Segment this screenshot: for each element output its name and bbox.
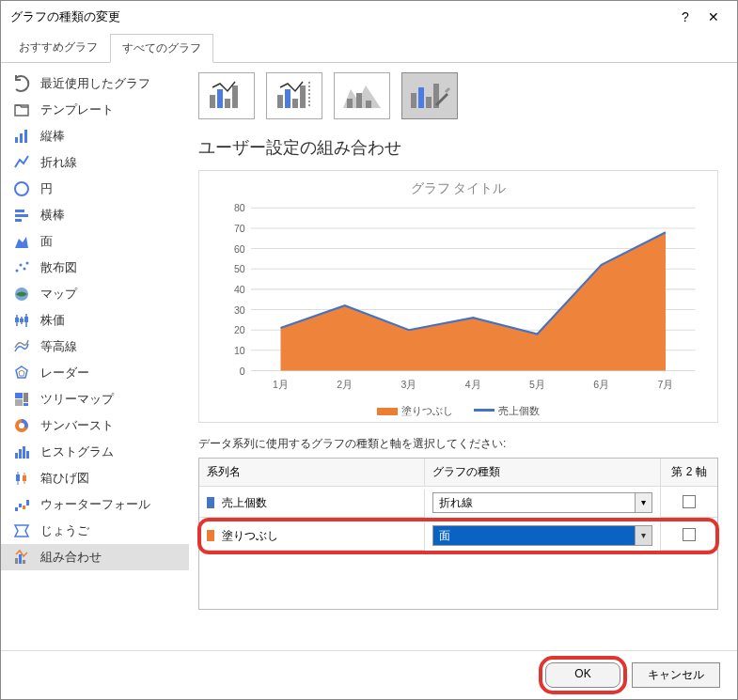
- chart-type-icon: [12, 101, 31, 119]
- sidebar-item-label: 円: [40, 180, 53, 197]
- svg-rect-47: [232, 86, 238, 108]
- svg-rect-30: [23, 446, 25, 459]
- sidebar-item-0[interactable]: 最近使用したグラフ: [1, 70, 189, 97]
- sidebar-item-label: 箱ひげ図: [40, 470, 89, 487]
- sidebar-item-11[interactable]: レーダー: [1, 360, 189, 386]
- chart-type-dropdown[interactable]: 折れ線▾: [432, 492, 652, 513]
- ok-button[interactable]: OK: [545, 662, 620, 688]
- svg-rect-59: [426, 97, 432, 108]
- secondary-axis-checkbox[interactable]: [683, 495, 696, 508]
- svg-point-10: [20, 264, 23, 267]
- sidebar-item-label: 面: [40, 233, 53, 250]
- help-button[interactable]: ?: [671, 9, 699, 24]
- svg-text:4月: 4月: [465, 379, 481, 390]
- svg-text:0: 0: [240, 366, 245, 377]
- combo-thumb-2[interactable]: [266, 72, 322, 119]
- chart-canvas: 010203040506070801月2月3月4月5月6月7月: [209, 203, 708, 400]
- chart-type-icon: [12, 495, 31, 514]
- svg-rect-43: [23, 560, 25, 564]
- chart-type-icon: [12, 232, 31, 251]
- chart-title: グラフ タイトル: [209, 180, 708, 197]
- sidebar-item-17[interactable]: じょうご: [1, 518, 189, 544]
- svg-text:30: 30: [234, 304, 245, 316]
- chart-type-dropdown[interactable]: 面▾: [432, 525, 652, 546]
- sidebar-item-10[interactable]: 等高線: [1, 334, 189, 360]
- tab-recommended[interactable]: おすすめグラフ: [7, 33, 110, 62]
- svg-rect-49: [285, 89, 290, 108]
- sidebar-item-5[interactable]: 横棒: [1, 202, 189, 228]
- svg-rect-55: [356, 93, 362, 108]
- series-color-swatch: [207, 530, 214, 541]
- svg-rect-38: [23, 506, 25, 509]
- svg-text:7月: 7月: [658, 379, 674, 390]
- combo-subtype-thumbs: [198, 72, 718, 119]
- tab-all-charts[interactable]: すべてのグラフ: [110, 34, 213, 63]
- chart-type-icon: [12, 74, 31, 93]
- sidebar-item-1[interactable]: テンプレート: [1, 97, 189, 123]
- sidebar-item-label: 折れ線: [40, 154, 77, 171]
- sidebar-item-label: テンプレート: [40, 101, 114, 118]
- svg-text:70: 70: [234, 223, 245, 234]
- chart-type-icon: [12, 521, 31, 540]
- svg-rect-6: [15, 214, 28, 217]
- svg-marker-8: [15, 237, 28, 248]
- sidebar-item-13[interactable]: サンバースト: [1, 412, 189, 439]
- combo-thumb-custom[interactable]: [401, 72, 458, 119]
- sidebar-item-7[interactable]: 散布図: [1, 255, 189, 281]
- sidebar-item-label: じょうご: [40, 522, 89, 539]
- sidebar-item-15[interactable]: 箱ひげ図: [1, 465, 189, 491]
- chart-type-icon: [12, 153, 31, 172]
- cancel-button[interactable]: キャンセル: [632, 662, 720, 688]
- main-panel: ユーザー設定の組み合わせ グラフ タイトル 010203040506070801…: [189, 63, 737, 650]
- chevron-down-icon[interactable]: ▾: [635, 526, 652, 545]
- chevron-down-icon[interactable]: ▾: [635, 493, 652, 512]
- sidebar-item-18[interactable]: 組み合わせ: [1, 544, 189, 570]
- sidebar-item-2[interactable]: 縦棒: [1, 123, 189, 149]
- sidebar-item-label: 等高線: [40, 338, 77, 355]
- series-name: 塗りつぶし: [222, 528, 278, 544]
- svg-text:20: 20: [234, 324, 245, 335]
- sidebar-item-label: 組み合わせ: [40, 549, 102, 566]
- sidebar-item-9[interactable]: 株価: [1, 307, 189, 334]
- close-button[interactable]: ✕: [699, 9, 728, 24]
- sidebar-item-12[interactable]: ツリーマップ: [1, 386, 189, 412]
- svg-rect-23: [24, 393, 28, 402]
- svg-rect-25: [24, 403, 28, 406]
- sidebar-item-label: レーダー: [40, 365, 89, 381]
- svg-rect-54: [347, 99, 353, 108]
- col-chart-type: グラフの種類: [425, 459, 661, 487]
- chart-type-icon: [12, 258, 31, 277]
- sidebar-item-6[interactable]: 面: [1, 228, 189, 255]
- svg-point-9: [16, 270, 19, 272]
- chart-type-icon: [12, 311, 31, 330]
- combo-thumb-3[interactable]: [334, 72, 390, 119]
- series-row-0: 売上個数折れ線▾: [199, 487, 717, 520]
- svg-marker-79: [281, 232, 667, 370]
- chart-type-icon: [12, 206, 31, 225]
- sidebar-item-14[interactable]: ヒストグラム: [1, 439, 189, 465]
- svg-marker-40: [15, 525, 28, 537]
- sidebar-item-8[interactable]: マップ: [1, 281, 189, 307]
- change-chart-type-dialog: グラフの種類の変更 ? ✕ おすすめグラフ すべてのグラフ 最近使用したグラフテ…: [0, 0, 738, 700]
- svg-rect-57: [411, 93, 416, 108]
- chart-type-icon: [12, 548, 31, 567]
- svg-point-11: [24, 268, 26, 271]
- svg-rect-45: [217, 89, 223, 108]
- svg-rect-24: [15, 399, 23, 406]
- svg-text:2月: 2月: [337, 379, 353, 390]
- combo-thumb-1[interactable]: [198, 72, 255, 119]
- chart-type-icon: [12, 443, 31, 461]
- secondary-axis-checkbox[interactable]: [683, 528, 696, 541]
- chart-type-icon: [12, 337, 31, 356]
- svg-text:3月: 3月: [401, 379, 417, 390]
- chart-type-icon: [12, 390, 31, 409]
- sidebar-item-label: ヒストグラム: [40, 443, 114, 460]
- svg-point-27: [19, 423, 24, 428]
- sidebar-item-3[interactable]: 折れ線: [1, 149, 189, 176]
- sidebar-item-4[interactable]: 円: [1, 176, 189, 202]
- svg-rect-31: [26, 451, 29, 459]
- sidebar-item-label: ウォーターフォール: [40, 496, 150, 513]
- svg-marker-21: [19, 370, 24, 376]
- sidebar-item-label: サンバースト: [40, 417, 114, 434]
- sidebar-item-16[interactable]: ウォーターフォール: [1, 491, 189, 518]
